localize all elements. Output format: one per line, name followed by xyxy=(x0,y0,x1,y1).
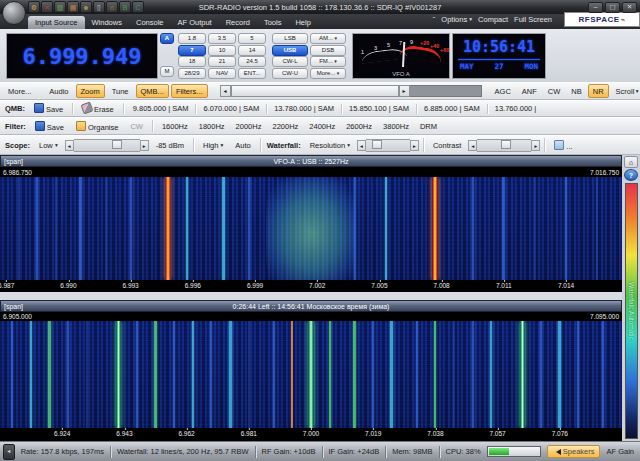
scroll-right-button[interactable]: ▸ xyxy=(399,85,410,97)
filter-width-2000hz[interactable]: 2000Hz xyxy=(231,119,267,133)
nb-button[interactable]: NB xyxy=(566,84,586,98)
tab-windows[interactable]: Windows xyxy=(85,16,129,29)
slider-right-arrow[interactable]: ▸ xyxy=(531,140,540,151)
audio-toggle-button[interactable]: Audio xyxy=(44,84,73,98)
waterfall-contrast-slider[interactable]: ◂▸ xyxy=(468,140,540,151)
slider-left-arrow[interactable]: ◂ xyxy=(65,140,74,151)
tab-input-source[interactable]: Input Source xyxy=(28,16,85,29)
fullscreen-button[interactable]: Full Screen xyxy=(514,15,552,24)
gear-icon[interactable]: ⚙ xyxy=(28,1,40,13)
close-button[interactable]: ✕ xyxy=(622,2,637,13)
band-button-24.5[interactable]: 24.5 xyxy=(238,56,266,67)
filter-width-1600hz[interactable]: 1600Hz xyxy=(157,119,193,133)
minimize-button[interactable]: – xyxy=(588,2,603,13)
tab-console[interactable]: Console xyxy=(129,16,171,29)
qmb-toggle-button[interactable]: QMB... xyxy=(136,84,169,98)
slider-thumb[interactable] xyxy=(501,140,511,149)
waterfall-customise-button[interactable]: ... xyxy=(549,137,577,153)
filter-width-2200hz[interactable]: 2200Hz xyxy=(267,119,303,133)
mode-button-fm[interactable]: FM... ▾ xyxy=(310,56,346,67)
band-button-21[interactable]: 21 xyxy=(208,56,236,67)
slider-track[interactable] xyxy=(366,139,410,152)
slider-left-arrow[interactable]: ◂ xyxy=(357,140,366,151)
filter-width-3800hz[interactable]: 3800Hz xyxy=(378,119,414,133)
mode-button-dsb[interactable]: DSB xyxy=(310,45,346,56)
app-orb-button[interactable] xyxy=(2,1,26,25)
qmb-entry[interactable]: 13.760.000 | xyxy=(490,102,542,116)
scope-low-dropdown[interactable]: Low ▾ xyxy=(34,138,63,152)
filter-organise-button[interactable]: Organise xyxy=(71,118,123,134)
tune-toggle-button[interactable]: Tune xyxy=(107,84,134,98)
band-button-1.8[interactable]: 1.8 xyxy=(178,33,206,44)
mode-button-usb[interactable]: USB xyxy=(272,45,308,56)
waterfall1-header[interactable]: [span] VFO-A :: USB :: 2527Hz xyxy=(0,155,622,167)
band-button-14[interactable]: 14 xyxy=(238,45,266,56)
band-button-ENT...[interactable]: ENT... xyxy=(238,68,266,79)
waterfall-resolution-dropdown[interactable]: Resolution ▾ xyxy=(305,138,355,152)
user-icon[interactable]: ☻ xyxy=(80,1,92,13)
zoom-toggle-button[interactable]: Zoom xyxy=(76,84,105,98)
mode-button-cwu[interactable]: CW-U xyxy=(272,68,308,79)
waterfall2-header[interactable]: [span] 0:26:44 Left :: 14:56:41 Московск… xyxy=(0,300,622,312)
tab-af-output[interactable]: AF Output xyxy=(171,16,219,29)
speakers-button[interactable]: Speakers xyxy=(547,445,601,458)
band-button-NAV[interactable]: NAV xyxy=(208,68,236,79)
status-scroll-button[interactable]: ◂ xyxy=(3,444,15,460)
frequency-display[interactable]: 6.999.949 xyxy=(6,33,158,79)
options-menu[interactable]: Options ▾ xyxy=(441,15,472,24)
compact-button[interactable]: Compact xyxy=(478,15,508,24)
band-button-18[interactable]: 18 xyxy=(178,56,206,67)
qmb-entry[interactable]: 15.850.100 | SAM xyxy=(344,102,414,116)
calendar-icon[interactable]: ▦ xyxy=(67,1,79,13)
filter-width-drm[interactable]: DRM xyxy=(415,119,442,133)
waterfall-palette-bar[interactable]: Waterfall: Automatic xyxy=(625,183,638,439)
scroll-left-button[interactable]: ◂ xyxy=(220,85,231,97)
filter-width-1800hz[interactable]: 1800Hz xyxy=(194,119,230,133)
nr-button[interactable]: NR xyxy=(588,84,609,98)
mode-button-more[interactable]: More... ▾ xyxy=(310,68,346,79)
band-button-10[interactable]: 10 xyxy=(208,45,236,56)
scrollbar-thumb[interactable] xyxy=(231,85,399,97)
filter-save-button[interactable]: Save xyxy=(30,118,69,134)
slider-right-arrow[interactable]: ▸ xyxy=(410,140,419,151)
qmb-entry[interactable]: 9.805.000 | SAM xyxy=(128,102,194,116)
band-button-3.5[interactable]: 3.5 xyxy=(208,33,236,44)
tab-tools[interactable]: Tools xyxy=(257,16,289,29)
filters-toggle-button[interactable]: Filters... xyxy=(171,84,208,98)
mode-button-am[interactable]: AM... ▾ xyxy=(310,33,346,44)
band-button-5[interactable]: 5 xyxy=(238,33,266,44)
agc-button[interactable]: AGC xyxy=(490,84,516,98)
scope-high-dropdown[interactable]: High ▾ xyxy=(198,138,228,152)
scope-auto-button[interactable]: Auto xyxy=(230,138,255,152)
qmb-entry[interactable]: 6.070.000 | SAM xyxy=(198,102,264,116)
filter-cw-button[interactable]: CW xyxy=(125,119,148,133)
tuning-scrollbar[interactable]: ◂ ▸ xyxy=(220,85,482,97)
cw-button[interactable]: CW xyxy=(543,84,566,98)
band-button-7[interactable]: 7 xyxy=(178,45,206,56)
slider-left-arrow[interactable]: ◂ xyxy=(468,140,477,151)
document-icon[interactable]: ▯ xyxy=(93,1,105,13)
scrollbar-track[interactable] xyxy=(410,85,482,97)
display-icon[interactable]: ▥ xyxy=(54,1,66,13)
home-icon[interactable]: ⌂ xyxy=(106,1,118,13)
scroll-dropdown[interactable]: Scroll ▾ xyxy=(611,84,640,98)
collapse-panel-button[interactable]: ⌂ xyxy=(624,156,638,168)
qmb-save-button[interactable]: Save xyxy=(29,101,68,117)
c-badge[interactable]: C xyxy=(132,1,144,13)
anf-button[interactable]: ANF xyxy=(517,84,542,98)
memory-button[interactable]: M xyxy=(160,66,174,77)
b-badge[interactable]: B xyxy=(119,1,131,13)
vfo-a-button[interactable]: A xyxy=(160,33,174,44)
qmb-entry[interactable]: 6.885.000 | SAM xyxy=(419,102,485,116)
slider-track[interactable] xyxy=(477,139,531,152)
waterfall-resolution-slider[interactable]: ◂▸ xyxy=(357,140,419,151)
qmb-erase-button[interactable]: Erase xyxy=(77,101,119,117)
band-button-28-29[interactable]: 28/29 xyxy=(178,68,206,79)
slider-track[interactable] xyxy=(74,139,140,152)
filter-width-2400hz[interactable]: 2400Hz xyxy=(304,119,340,133)
help-icon[interactable]: ? xyxy=(624,169,638,181)
scope-level-value[interactable]: -85 dBm xyxy=(151,138,189,152)
maximize-button[interactable]: ▢ xyxy=(605,2,620,13)
qmb-entry[interactable]: 13.780.000 | SAM xyxy=(269,102,339,116)
mode-button-lsb[interactable]: LSB xyxy=(272,33,308,44)
